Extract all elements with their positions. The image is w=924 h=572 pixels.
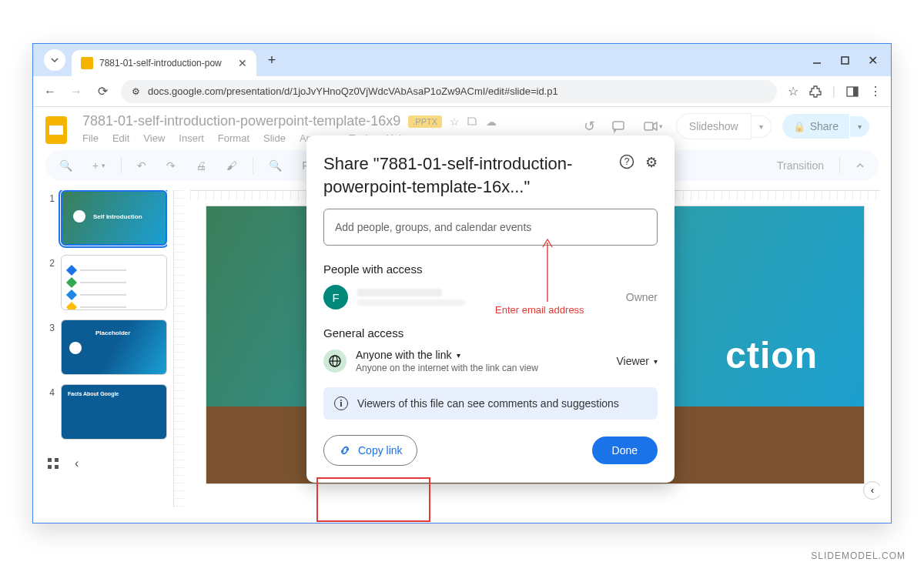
access-type-select[interactable]: Anyone with the link ▾ xyxy=(356,349,538,361)
minimize-window-button[interactable] xyxy=(803,44,831,76)
svg-rect-3 xyxy=(853,87,858,96)
avatar: F xyxy=(323,285,348,309)
browser-window: 7881-01-self-introduction-pow ✕ + ✕ ← → … xyxy=(32,43,892,523)
general-access-row: Anyone with the link ▾ Anyone on the int… xyxy=(323,349,658,373)
browser-tab[interactable]: 7881-01-self-introduction-pow ✕ xyxy=(72,50,256,76)
close-tab-icon[interactable]: ✕ xyxy=(238,57,247,69)
copy-link-button[interactable]: Copy link xyxy=(323,435,417,466)
access-description: Anyone on the internet with the link can… xyxy=(356,363,538,373)
settings-icon[interactable]: ⚙ xyxy=(645,154,658,171)
person-role: Owner xyxy=(626,291,658,303)
thumb-number: 4 xyxy=(44,384,55,398)
link-icon xyxy=(338,443,352,457)
done-button[interactable]: Done xyxy=(592,437,658,464)
info-banner: i Viewers of this file can see comments … xyxy=(323,387,658,420)
person-email-redacted xyxy=(357,299,465,306)
dialog-title: Share "7881-01-self-introduction-powerpo… xyxy=(323,152,611,198)
tab-search-button[interactable] xyxy=(44,49,65,71)
slides-favicon-icon xyxy=(81,57,93,69)
role-select[interactable]: Viewer ▾ xyxy=(616,355,658,367)
thumb1-title: Self Introduction xyxy=(93,213,142,220)
annotation-text: Enter email address xyxy=(495,304,584,316)
svg-text:?: ? xyxy=(624,156,630,167)
maximize-window-button[interactable] xyxy=(831,44,859,76)
info-text: Viewers of this file can see comments an… xyxy=(357,397,619,410)
thumb-number: 1 xyxy=(44,190,55,204)
share-dialog: Share "7881-01-self-introduction-powerpo… xyxy=(306,135,675,483)
thumb-number: 2 xyxy=(44,255,55,269)
slide-thumbnails: 1 Self Introduction 2 xyxy=(44,190,167,507)
globe-icon xyxy=(323,350,346,373)
person-name-redacted xyxy=(357,289,442,296)
browser-tab-strip: 7881-01-self-introduction-pow ✕ + ✕ xyxy=(33,44,891,76)
slide-thumbnail-3[interactable]: Placeholder xyxy=(61,319,167,375)
back-button[interactable]: ← xyxy=(42,85,58,99)
thumb3-title: Placeholder xyxy=(95,329,130,336)
copy-link-label: Copy link xyxy=(358,444,403,457)
help-icon[interactable]: ? xyxy=(619,154,634,171)
add-people-placeholder: Add people, groups, and calendar events xyxy=(335,221,531,233)
svg-rect-8 xyxy=(48,465,52,469)
extensions-icon[interactable] xyxy=(809,85,822,98)
slide-title-fragment: ction xyxy=(725,334,818,376)
prev-icon[interactable]: ‹ xyxy=(75,457,79,470)
new-tab-button[interactable]: + xyxy=(261,49,283,71)
svg-rect-9 xyxy=(55,465,59,469)
close-window-button[interactable]: ✕ xyxy=(859,44,886,76)
general-access-heading: General access xyxy=(323,326,658,340)
thumb4-title: Facts About Google xyxy=(68,391,119,396)
people-access-heading: People with access xyxy=(323,263,658,276)
bookmark-icon[interactable]: ☆ xyxy=(788,84,798,99)
url-text: docs.google.com/presentation/d/1joJvYHno… xyxy=(148,85,558,97)
watermark: SLIDEMODEL.COM xyxy=(811,550,906,561)
svg-rect-7 xyxy=(55,458,59,462)
url-input[interactable]: ⚙ docs.google.com/presentation/d/1joJvYH… xyxy=(121,80,777,103)
reload-button[interactable]: ⟳ xyxy=(95,84,110,99)
slide-thumbnail-2[interactable] xyxy=(61,255,167,310)
slide-thumbnail-4[interactable]: Facts About Google xyxy=(61,384,167,440)
grid-view-icon[interactable] xyxy=(47,457,59,470)
thumb-number: 3 xyxy=(44,319,55,333)
vertical-ruler xyxy=(173,190,184,507)
slide-thumbnail-1[interactable]: Self Introduction xyxy=(61,190,167,246)
svg-rect-1 xyxy=(842,57,849,64)
annotation-arrow xyxy=(532,236,563,306)
forward-button[interactable]: → xyxy=(69,85,84,99)
explore-button[interactable]: ‹ xyxy=(863,481,880,500)
side-panel-icon[interactable] xyxy=(846,86,859,97)
svg-rect-6 xyxy=(48,458,52,462)
browser-menu-icon[interactable]: ⋮ xyxy=(869,84,882,99)
site-info-icon[interactable]: ⚙ xyxy=(132,86,140,97)
info-icon: i xyxy=(334,396,348,410)
person-row: F Owner xyxy=(323,285,658,309)
tab-title: 7881-01-self-introduction-pow xyxy=(99,58,232,69)
browser-url-bar: ← → ⟳ ⚙ docs.google.com/presentation/d/1… xyxy=(33,76,891,107)
add-people-input[interactable]: Add people, groups, and calendar events xyxy=(323,209,658,246)
